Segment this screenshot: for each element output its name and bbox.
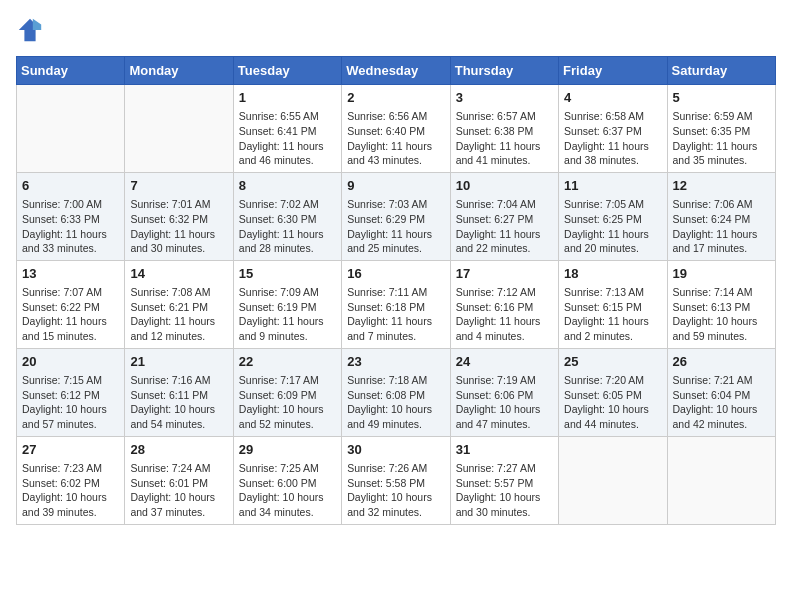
calendar-day-cell: 13Sunrise: 7:07 AM Sunset: 6:22 PM Dayli… — [17, 260, 125, 348]
calendar-day-cell: 11Sunrise: 7:05 AM Sunset: 6:25 PM Dayli… — [559, 172, 667, 260]
day-info: Sunrise: 7:08 AM Sunset: 6:21 PM Dayligh… — [130, 285, 227, 344]
calendar-day-cell: 5Sunrise: 6:59 AM Sunset: 6:35 PM Daylig… — [667, 85, 775, 173]
calendar-day-cell: 10Sunrise: 7:04 AM Sunset: 6:27 PM Dayli… — [450, 172, 558, 260]
calendar-day-cell: 4Sunrise: 6:58 AM Sunset: 6:37 PM Daylig… — [559, 85, 667, 173]
calendar-day-cell: 21Sunrise: 7:16 AM Sunset: 6:11 PM Dayli… — [125, 348, 233, 436]
day-info: Sunrise: 7:03 AM Sunset: 6:29 PM Dayligh… — [347, 197, 444, 256]
calendar-week-row: 13Sunrise: 7:07 AM Sunset: 6:22 PM Dayli… — [17, 260, 776, 348]
day-number: 11 — [564, 177, 661, 195]
day-number: 7 — [130, 177, 227, 195]
day-number: 23 — [347, 353, 444, 371]
calendar-week-row: 27Sunrise: 7:23 AM Sunset: 6:02 PM Dayli… — [17, 436, 776, 524]
day-number: 5 — [673, 89, 770, 107]
calendar-day-cell: 16Sunrise: 7:11 AM Sunset: 6:18 PM Dayli… — [342, 260, 450, 348]
day-info: Sunrise: 7:13 AM Sunset: 6:15 PM Dayligh… — [564, 285, 661, 344]
day-info: Sunrise: 7:07 AM Sunset: 6:22 PM Dayligh… — [22, 285, 119, 344]
day-number: 3 — [456, 89, 553, 107]
day-info: Sunrise: 7:06 AM Sunset: 6:24 PM Dayligh… — [673, 197, 770, 256]
day-info: Sunrise: 6:58 AM Sunset: 6:37 PM Dayligh… — [564, 109, 661, 168]
weekday-header: Thursday — [450, 57, 558, 85]
day-info: Sunrise: 6:59 AM Sunset: 6:35 PM Dayligh… — [673, 109, 770, 168]
day-info: Sunrise: 7:16 AM Sunset: 6:11 PM Dayligh… — [130, 373, 227, 432]
day-info: Sunrise: 6:55 AM Sunset: 6:41 PM Dayligh… — [239, 109, 336, 168]
day-number: 22 — [239, 353, 336, 371]
calendar-day-cell: 27Sunrise: 7:23 AM Sunset: 6:02 PM Dayli… — [17, 436, 125, 524]
calendar-day-cell — [17, 85, 125, 173]
calendar-day-cell: 25Sunrise: 7:20 AM Sunset: 6:05 PM Dayli… — [559, 348, 667, 436]
day-info: Sunrise: 7:05 AM Sunset: 6:25 PM Dayligh… — [564, 197, 661, 256]
day-info: Sunrise: 7:23 AM Sunset: 6:02 PM Dayligh… — [22, 461, 119, 520]
calendar-day-cell — [559, 436, 667, 524]
day-number: 1 — [239, 89, 336, 107]
weekday-header: Friday — [559, 57, 667, 85]
day-number: 2 — [347, 89, 444, 107]
weekday-header: Saturday — [667, 57, 775, 85]
calendar-week-row: 20Sunrise: 7:15 AM Sunset: 6:12 PM Dayli… — [17, 348, 776, 436]
day-info: Sunrise: 7:21 AM Sunset: 6:04 PM Dayligh… — [673, 373, 770, 432]
calendar-day-cell: 6Sunrise: 7:00 AM Sunset: 6:33 PM Daylig… — [17, 172, 125, 260]
calendar-day-cell: 17Sunrise: 7:12 AM Sunset: 6:16 PM Dayli… — [450, 260, 558, 348]
calendar-day-cell: 7Sunrise: 7:01 AM Sunset: 6:32 PM Daylig… — [125, 172, 233, 260]
calendar-day-cell — [667, 436, 775, 524]
day-info: Sunrise: 7:18 AM Sunset: 6:08 PM Dayligh… — [347, 373, 444, 432]
day-number: 26 — [673, 353, 770, 371]
calendar-day-cell: 19Sunrise: 7:14 AM Sunset: 6:13 PM Dayli… — [667, 260, 775, 348]
logo-icon — [16, 16, 44, 44]
day-number: 9 — [347, 177, 444, 195]
day-info: Sunrise: 7:14 AM Sunset: 6:13 PM Dayligh… — [673, 285, 770, 344]
day-info: Sunrise: 7:25 AM Sunset: 6:00 PM Dayligh… — [239, 461, 336, 520]
day-number: 10 — [456, 177, 553, 195]
day-number: 28 — [130, 441, 227, 459]
page-header — [16, 16, 776, 44]
calendar-day-cell: 24Sunrise: 7:19 AM Sunset: 6:06 PM Dayli… — [450, 348, 558, 436]
day-info: Sunrise: 7:11 AM Sunset: 6:18 PM Dayligh… — [347, 285, 444, 344]
logo — [16, 16, 48, 44]
calendar-day-cell: 12Sunrise: 7:06 AM Sunset: 6:24 PM Dayli… — [667, 172, 775, 260]
calendar-day-cell: 20Sunrise: 7:15 AM Sunset: 6:12 PM Dayli… — [17, 348, 125, 436]
day-number: 20 — [22, 353, 119, 371]
calendar-day-cell: 9Sunrise: 7:03 AM Sunset: 6:29 PM Daylig… — [342, 172, 450, 260]
calendar-header-row: SundayMondayTuesdayWednesdayThursdayFrid… — [17, 57, 776, 85]
day-info: Sunrise: 7:26 AM Sunset: 5:58 PM Dayligh… — [347, 461, 444, 520]
day-number: 24 — [456, 353, 553, 371]
day-number: 30 — [347, 441, 444, 459]
calendar-day-cell: 8Sunrise: 7:02 AM Sunset: 6:30 PM Daylig… — [233, 172, 341, 260]
day-info: Sunrise: 7:04 AM Sunset: 6:27 PM Dayligh… — [456, 197, 553, 256]
day-number: 29 — [239, 441, 336, 459]
calendar-day-cell: 29Sunrise: 7:25 AM Sunset: 6:00 PM Dayli… — [233, 436, 341, 524]
calendar-day-cell: 3Sunrise: 6:57 AM Sunset: 6:38 PM Daylig… — [450, 85, 558, 173]
day-number: 15 — [239, 265, 336, 283]
day-info: Sunrise: 6:56 AM Sunset: 6:40 PM Dayligh… — [347, 109, 444, 168]
calendar-week-row: 6Sunrise: 7:00 AM Sunset: 6:33 PM Daylig… — [17, 172, 776, 260]
calendar-day-cell: 26Sunrise: 7:21 AM Sunset: 6:04 PM Dayli… — [667, 348, 775, 436]
day-number: 27 — [22, 441, 119, 459]
day-info: Sunrise: 7:12 AM Sunset: 6:16 PM Dayligh… — [456, 285, 553, 344]
calendar-week-row: 1Sunrise: 6:55 AM Sunset: 6:41 PM Daylig… — [17, 85, 776, 173]
day-number: 16 — [347, 265, 444, 283]
day-info: Sunrise: 7:27 AM Sunset: 5:57 PM Dayligh… — [456, 461, 553, 520]
day-number: 18 — [564, 265, 661, 283]
weekday-header: Monday — [125, 57, 233, 85]
day-number: 4 — [564, 89, 661, 107]
day-info: Sunrise: 7:02 AM Sunset: 6:30 PM Dayligh… — [239, 197, 336, 256]
calendar-day-cell: 22Sunrise: 7:17 AM Sunset: 6:09 PM Dayli… — [233, 348, 341, 436]
calendar-day-cell: 23Sunrise: 7:18 AM Sunset: 6:08 PM Dayli… — [342, 348, 450, 436]
day-number: 31 — [456, 441, 553, 459]
day-info: Sunrise: 7:01 AM Sunset: 6:32 PM Dayligh… — [130, 197, 227, 256]
day-number: 8 — [239, 177, 336, 195]
day-number: 17 — [456, 265, 553, 283]
calendar-day-cell: 31Sunrise: 7:27 AM Sunset: 5:57 PM Dayli… — [450, 436, 558, 524]
day-info: Sunrise: 6:57 AM Sunset: 6:38 PM Dayligh… — [456, 109, 553, 168]
day-info: Sunrise: 7:19 AM Sunset: 6:06 PM Dayligh… — [456, 373, 553, 432]
svg-marker-1 — [33, 19, 41, 30]
calendar-day-cell — [125, 85, 233, 173]
day-number: 25 — [564, 353, 661, 371]
calendar-table: SundayMondayTuesdayWednesdayThursdayFrid… — [16, 56, 776, 525]
day-info: Sunrise: 7:24 AM Sunset: 6:01 PM Dayligh… — [130, 461, 227, 520]
day-number: 13 — [22, 265, 119, 283]
day-number: 6 — [22, 177, 119, 195]
day-info: Sunrise: 7:17 AM Sunset: 6:09 PM Dayligh… — [239, 373, 336, 432]
calendar-day-cell: 2Sunrise: 6:56 AM Sunset: 6:40 PM Daylig… — [342, 85, 450, 173]
day-number: 12 — [673, 177, 770, 195]
calendar-day-cell: 30Sunrise: 7:26 AM Sunset: 5:58 PM Dayli… — [342, 436, 450, 524]
